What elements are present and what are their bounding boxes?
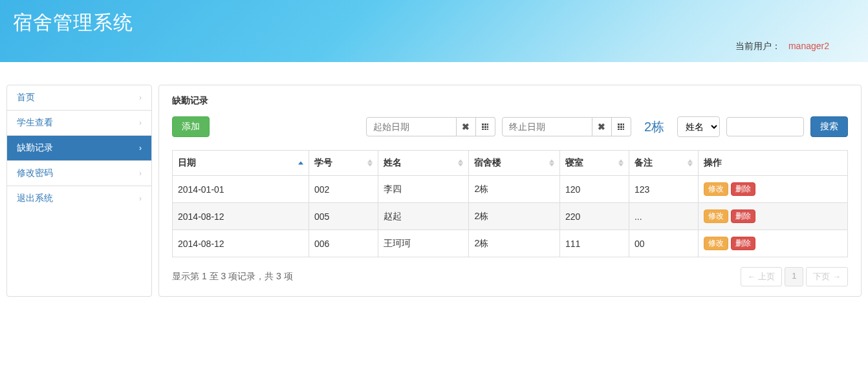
table-footer: 显示第 1 至 3 项记录，共 3 项 ← 上页 1 下页 → [172, 267, 848, 286]
close-icon: ✖ [598, 122, 605, 132]
column-header[interactable]: 日期 [173, 151, 309, 176]
chevron-right-icon: › [139, 118, 142, 127]
sort-icon [618, 160, 624, 167]
add-button[interactable]: 添加 [172, 116, 210, 137]
building-label: 2栋 [644, 118, 664, 136]
edit-button[interactable]: 修改 [704, 237, 728, 250]
user-label-text: 当前用户： [735, 41, 781, 51]
cell-building: 2栋 [469, 230, 559, 257]
cell-remark: 00 [629, 230, 698, 257]
date-end-clear-button[interactable]: ✖ [592, 117, 612, 136]
sidebar-item-label: 缺勤记录 [17, 142, 53, 154]
current-user-label: 当前用户： manager2 [735, 41, 829, 52]
sidebar-item-1[interactable]: 学生查看› [7, 111, 151, 136]
cell-room: 120 [559, 176, 629, 203]
column-header[interactable]: 备注 [629, 151, 698, 176]
cell-sid: 005 [309, 203, 378, 230]
cell-date: 2014-01-01 [173, 176, 309, 203]
cell-building: 2栋 [469, 203, 559, 230]
pager: ← 上页 1 下页 → [741, 267, 848, 286]
cell-name: 赵起 [378, 203, 469, 230]
sidebar-item-label: 首页 [17, 92, 35, 103]
cell-building: 2栋 [469, 176, 559, 203]
cell-name: 李四 [378, 176, 469, 203]
date-start-input[interactable] [366, 117, 457, 136]
pager-page-1[interactable]: 1 [785, 267, 803, 286]
sidebar-item-label: 修改密码 [17, 167, 53, 179]
cell-actions: 修改删除 [699, 176, 848, 203]
sidebar-item-label: 退出系统 [17, 193, 53, 204]
records-table: 日期学号姓名宿舍楼寝室备注操作 2014-01-01002李四2栋120123修… [172, 150, 848, 257]
delete-button[interactable]: 删除 [731, 237, 755, 250]
sort-icon [688, 160, 693, 167]
sort-icon [549, 160, 554, 167]
edit-button[interactable]: 修改 [704, 182, 728, 196]
cell-date: 2014-08-12 [173, 230, 309, 257]
sidebar-item-0[interactable]: 首页› [7, 85, 151, 111]
sidebar-item-label: 学生查看 [17, 117, 53, 129]
records-info: 显示第 1 至 3 项记录，共 3 项 [172, 271, 293, 283]
edit-button[interactable]: 修改 [704, 209, 728, 223]
pager-prev-button[interactable]: ← 上页 [741, 267, 783, 286]
search-input[interactable] [726, 117, 804, 136]
pager-next-button[interactable]: 下页 → [806, 267, 848, 286]
sidebar-item-2[interactable]: 缺勤记录› [7, 136, 151, 161]
column-header[interactable]: 学号 [309, 151, 378, 176]
column-header[interactable]: 宿舍楼 [469, 151, 559, 176]
cell-actions: 修改删除 [699, 230, 848, 257]
column-header[interactable]: 寝室 [559, 151, 629, 176]
filter-field-select[interactable]: 姓名 [677, 116, 720, 137]
search-button[interactable]: 搜索 [810, 116, 848, 137]
chevron-right-icon: › [139, 169, 142, 178]
cell-sid: 006 [309, 230, 378, 257]
calendar-grid-icon [618, 123, 624, 130]
date-start-picker-button[interactable] [476, 117, 495, 136]
date-start-clear-button[interactable]: ✖ [457, 117, 476, 136]
sort-icon [298, 162, 303, 165]
column-header: 操作 [699, 151, 848, 176]
sidebar: 首页›学生查看›缺勤记录›修改密码›退出系统› [6, 85, 152, 297]
app-title: 宿舍管理系统 [13, 10, 855, 36]
delete-button[interactable]: 删除 [731, 182, 755, 196]
main-panel: 缺勤记录 添加 ✖ ✖ 2栋 姓名 搜索 日期学号姓名宿舍楼寝室备注 [158, 85, 862, 297]
username: manager2 [788, 41, 829, 51]
table-row: 2014-08-12006王珂珂2栋11100修改删除 [173, 230, 848, 257]
cell-room: 220 [559, 203, 629, 230]
header: 宿舍管理系统 当前用户： manager2 [0, 0, 868, 62]
panel-title: 缺勤记录 [172, 95, 848, 107]
sort-icon [367, 160, 373, 167]
cell-date: 2014-08-12 [173, 203, 309, 230]
cell-actions: 修改删除 [699, 203, 848, 230]
sidebar-item-3[interactable]: 修改密码› [7, 161, 151, 186]
delete-button[interactable]: 删除 [731, 209, 755, 223]
cell-sid: 002 [309, 176, 378, 203]
cell-name: 王珂珂 [378, 230, 469, 257]
chevron-right-icon: › [139, 144, 142, 153]
column-header[interactable]: 姓名 [378, 151, 469, 176]
date-end-input[interactable] [502, 117, 592, 136]
cell-remark: ... [629, 203, 698, 230]
date-end-picker-button[interactable] [612, 117, 631, 136]
chevron-right-icon: › [139, 194, 142, 203]
date-start-group: ✖ [366, 117, 495, 136]
sort-icon [458, 160, 463, 167]
date-end-group: ✖ [502, 117, 631, 136]
close-icon: ✖ [462, 122, 470, 132]
toolbar: 添加 ✖ ✖ 2栋 姓名 搜索 [172, 116, 848, 137]
chevron-right-icon: › [139, 93, 142, 102]
cell-room: 111 [559, 230, 629, 257]
calendar-grid-icon [482, 123, 488, 130]
table-row: 2014-01-01002李四2栋120123修改删除 [173, 176, 848, 203]
sidebar-item-4[interactable]: 退出系统› [7, 186, 151, 211]
cell-remark: 123 [629, 176, 698, 203]
table-row: 2014-08-12005赵起2栋220...修改删除 [173, 203, 848, 230]
